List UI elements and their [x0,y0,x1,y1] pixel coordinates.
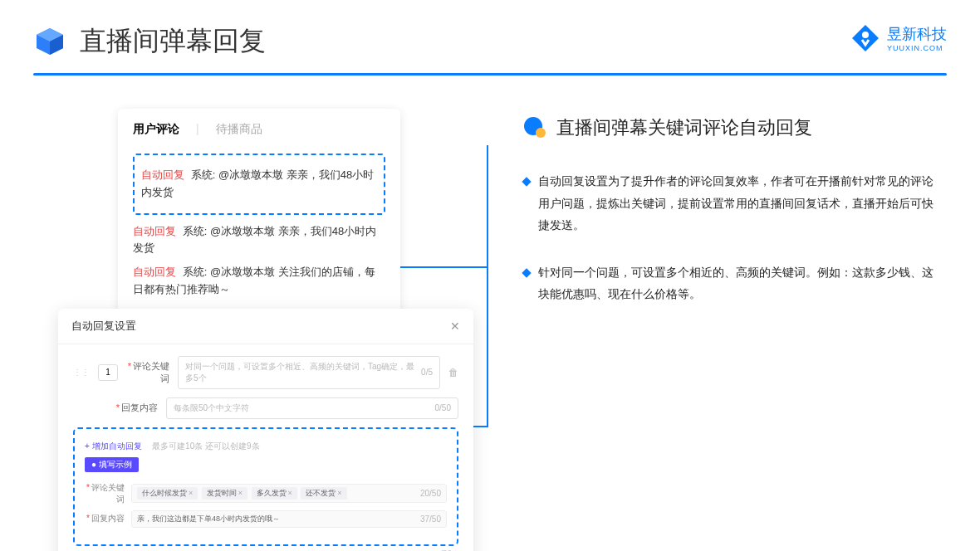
system-label: 系统: [183,266,208,278]
screenshot-mock: 用户评论 | 待播商品 自动回复 系统: @冰墩墩本墩 亲亲，我们48小时内发货… [58,109,473,551]
ex-content-input[interactable]: 亲，我们这边都是下单48小时内发货的哦～ 37/50 [131,510,447,528]
keyword-tag[interactable]: 发货时间× [202,487,247,500]
brand-name-en: YUUXIN.COM [887,44,947,52]
keyword-label: *评论关键词 [126,360,169,385]
example-block: + 增加自动回复 最多可建10条 还可以创建9条 ● 填写示例 *评论关键词 什… [73,427,458,546]
add-hint: 最多可建10条 还可以创建9条 [152,441,259,451]
auto-reply-settings-modal: 自动回复设置 ✕ ⋮⋮ 1 *评论关键词 对同一个问题，可设置多个相近、高频的关… [58,309,473,551]
brand-icon [850,23,880,53]
bullet-point: 自动回复设置为了提升作者的评论回复效率，作者可在开播前针对常见的评论用户问题，提… [523,170,938,236]
connector-line [487,266,488,427]
content-input[interactable]: 每条限50个中文字符 0/50 [166,397,458,419]
ex-keyword-input[interactable]: 什么时候发货× 发货时间× 多久发货× 还不发货× 20/50 [131,484,447,503]
auto-reply-label: 自动回复 [133,266,176,278]
modal-title: 自动回复设置 [71,319,136,334]
svg-point-4 [862,32,869,38]
tab-pending-goods[interactable]: 待播商品 [216,122,262,137]
bullet-text: 自动回复设置为了提升作者的评论回复效率，作者可在开播前针对常见的评论用户问题，提… [538,170,938,236]
diamond-icon [522,268,531,277]
drag-handle-icon[interactable]: ⋮⋮ [73,368,90,377]
bullet-point: 针对同一个问题，可设置多个相近的、高频的关键词。例如：这款多少钱、这块能优惠吗、… [523,261,938,305]
svg-point-6 [536,128,546,138]
bullet-text: 针对同一个问题，可设置多个相近的、高频的关键词。例如：这款多少钱、这块能优惠吗、… [538,261,938,305]
add-auto-reply-link[interactable]: + 增加自动回复 [85,441,142,451]
chat-bubble-icon [523,116,546,139]
keyword-tag[interactable]: 多久发货× [252,487,297,500]
auto-reply-label: 自动回复 [141,168,184,181]
delete-icon[interactable]: 🗑 [448,367,458,378]
content-label: *回复内容 [115,402,158,414]
brand-name-cn: 昱新科技 [887,24,947,44]
extra-counter: /50 [73,546,458,551]
cube-logo-icon [33,25,66,58]
page-header: 直播间弹幕回复 昱新科技 YUUXIN.COM [0,0,980,60]
system-label: 系统: [191,168,216,181]
comments-panel: 用户评论 | 待播商品 自动回复 系统: @冰墩墩本墩 亲亲，我们48小时内发货… [118,109,400,325]
ex-keyword-label: *评论关键词 [85,482,125,505]
highlighted-comment: 自动回复 系统: @冰墩墩本墩 亲亲，我们48小时内发货 [133,154,385,215]
section-title: 直播间弹幕关键词评论自动回复 [556,115,812,140]
description-panel: 直播间弹幕关键词评论自动回复 自动回复设置为了提升作者的评论回复效率，作者可在开… [523,109,938,330]
tab-divider: | [196,122,199,137]
example-badge: ● 填写示例 [85,457,139,472]
keyword-tag[interactable]: 什么时候发货× [137,487,198,500]
page-title: 直播间弹幕回复 [80,23,266,60]
keyword-input[interactable]: 对同一个问题，可设置多个相近、高频的关键词，Tag确定，最多5个 0/5 [178,356,440,389]
rule-number: 1 [98,364,118,381]
connector-line [487,145,488,268]
system-label: 系统: [183,225,208,237]
ex-content-label: *回复内容 [85,513,125,524]
brand-block: 昱新科技 YUUXIN.COM [850,23,947,53]
diamond-icon [522,177,531,186]
connector-line [400,266,488,268]
tab-user-comments[interactable]: 用户评论 [133,122,179,137]
keyword-tag[interactable]: 还不发货× [301,487,346,500]
close-icon[interactable]: ✕ [450,319,460,333]
auto-reply-label: 自动回复 [133,225,176,237]
